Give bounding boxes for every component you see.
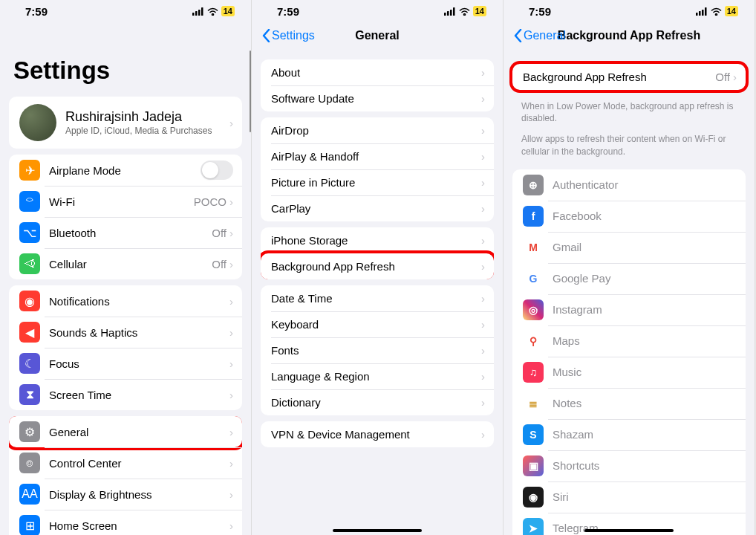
row-label: About: [271, 66, 481, 79]
app-row-music[interactable]: ♫Music: [512, 357, 746, 388]
app-row-notes[interactable]: ≣Notes: [512, 388, 746, 419]
settings-screen: 7:59 14 Settings Rushirajsinh Jadeja App…: [0, 0, 252, 535]
general-screen: 7:59 14 Settings General About›Software …: [252, 0, 504, 535]
row-label: Background App Refresh: [523, 71, 715, 83]
settings-row-airplane-mode[interactable]: ✈Airplane Mode: [9, 155, 242, 186]
app-label: Notes: [553, 397, 737, 409]
bar-main-row[interactable]: Background App Refresh Off ›: [512, 64, 746, 90]
row-label: CarPlay: [271, 202, 481, 215]
general-row-fonts[interactable]: Fonts›: [261, 337, 494, 363]
app-icon: ⚲: [523, 331, 544, 351]
general-row-picture-in-picture[interactable]: Picture in Picture›: [261, 169, 494, 195]
status-time: 7:59: [25, 5, 48, 18]
row-label: Home Screen: [49, 519, 229, 532]
svg-rect-4: [444, 13, 446, 16]
app-row-siri[interactable]: ◉Siri: [512, 482, 746, 513]
general-row-software-update[interactable]: Software Update›: [261, 85, 494, 111]
svg-rect-5: [447, 11, 449, 16]
settings-row-display-brightness[interactable]: AADisplay & Brightness›: [9, 479, 242, 510]
home-indicator[interactable]: [333, 529, 422, 532]
chevron-right-icon: ›: [229, 457, 233, 470]
home-indicator[interactable]: [584, 529, 674, 532]
svg-rect-6: [450, 10, 452, 16]
general-row-date-time[interactable]: Date & Time›: [261, 285, 494, 311]
status-time: 7:59: [529, 5, 551, 18]
svg-rect-11: [705, 7, 707, 16]
general-row-vpn-device-management[interactable]: VPN & Device Management›: [261, 421, 494, 447]
general-row-airdrop[interactable]: AirDrop›: [261, 117, 494, 143]
chevron-right-icon: ›: [481, 202, 485, 215]
settings-row-wi-fi[interactable]: ⌔Wi-FiPOCO›: [9, 186, 242, 217]
bar-screen: 7:59 14 General Background App Refresh B…: [504, 0, 755, 535]
general-row-background-app-refresh[interactable]: Background App Refresh›: [261, 253, 494, 279]
chevron-right-icon: ›: [229, 357, 233, 370]
airdrop-group: AirDrop›AirPlay & Handoff›Picture in Pic…: [261, 117, 494, 221]
settings-row-general[interactable]: ⚙General›: [9, 416, 242, 447]
general-row-about[interactable]: About›: [261, 59, 494, 85]
datetime-group: Date & Time›Keyboard›Fonts›Language & Re…: [261, 285, 494, 415]
settings-row-focus[interactable]: ☾Focus›: [9, 348, 242, 379]
notifications-icon: ◉: [19, 291, 40, 311]
row-value: POCO: [194, 195, 227, 208]
app-row-google-pay[interactable]: GGoogle Pay: [512, 263, 746, 294]
settings-row-sounds-haptics[interactable]: ◀Sounds & Haptics›: [9, 317, 242, 348]
app-label: Gmail: [553, 241, 737, 253]
app-row-shazam[interactable]: SShazam: [512, 419, 746, 450]
app-row-gmail[interactable]: MGmail: [512, 232, 746, 263]
general-row-airplay-handoff[interactable]: AirPlay & Handoff›: [261, 143, 494, 169]
general-row-language-region[interactable]: Language & Region›: [261, 363, 494, 389]
settings-row-screen-time[interactable]: ⧗Screen Time›: [9, 379, 242, 410]
general-row-dictionary[interactable]: Dictionary›: [261, 389, 494, 415]
row-label: Dictionary: [271, 396, 481, 409]
settings-row-cellular[interactable]: ⏿CellularOff›: [9, 248, 242, 279]
back-button[interactable]: General: [514, 29, 566, 42]
settings-row-notifications[interactable]: ◉Notifications›: [9, 285, 242, 317]
chevron-right-icon: ›: [481, 370, 485, 383]
row-label: Language & Region: [271, 370, 481, 383]
row-label: Screen Time: [49, 389, 229, 401]
profile-sub: Apple ID, iCloud, Media & Purchases: [65, 126, 229, 136]
app-row-maps[interactable]: ⚲Maps: [512, 325, 746, 357]
bluetooth-icon: ⌥: [19, 222, 40, 243]
app-row-authenticator[interactable]: ⊕Authenticator: [512, 169, 746, 201]
app-row-shortcuts[interactable]: ▣Shortcuts: [512, 450, 746, 482]
svg-rect-2: [198, 10, 201, 16]
app-row-facebook[interactable]: fFacebook: [512, 201, 746, 232]
settings-row-home-screen[interactable]: ⊞Home Screen›: [9, 510, 242, 535]
toggle[interactable]: [201, 160, 233, 180]
row-label: Picture in Picture: [271, 176, 481, 189]
chevron-right-icon: ›: [229, 426, 233, 438]
status-time: 7:59: [277, 5, 299, 18]
svg-rect-9: [699, 11, 701, 16]
chevron-right-icon: ›: [481, 260, 485, 273]
chevron-right-icon: ›: [229, 117, 233, 129]
nav-header: Settings General: [252, 22, 503, 49]
row-label: Cellular: [49, 258, 212, 270]
wifi-icon: [711, 5, 722, 18]
settings-row-control-center[interactable]: ⌾Control Center›: [9, 447, 242, 479]
general-row-carplay[interactable]: CarPlay›: [261, 195, 494, 221]
svg-rect-7: [453, 7, 455, 16]
svg-rect-8: [696, 13, 698, 16]
general-row-iphone-storage[interactable]: iPhone Storage›: [261, 227, 494, 253]
chevron-right-icon: ›: [229, 258, 233, 270]
back-label: Settings: [272, 29, 315, 42]
chevron-right-icon: ›: [481, 396, 485, 409]
app-row-instagram[interactable]: ◎Instagram: [512, 294, 746, 325]
back-button[interactable]: Settings: [262, 29, 315, 42]
chevron-right-icon: ›: [481, 234, 485, 247]
screentime-icon: ⧗: [19, 384, 40, 405]
general-row-keyboard[interactable]: Keyboard›: [261, 311, 494, 337]
cellular-icon: ⏿: [19, 253, 40, 274]
airplane-icon: ✈: [19, 160, 40, 181]
signal-icon: [444, 5, 456, 18]
app-icon: ➤: [523, 518, 544, 535]
battery-icon: 14: [473, 6, 486, 16]
app-label: Shazam: [553, 428, 737, 441]
settings-row-bluetooth[interactable]: ⌥BluetoothOff›: [9, 217, 242, 248]
row-label: AirDrop: [271, 124, 481, 137]
apple-id-row[interactable]: Rushirajsinh Jadeja Apple ID, iCloud, Me…: [9, 97, 242, 149]
row-label: Bluetooth: [49, 227, 212, 239]
chevron-right-icon: ›: [481, 124, 485, 137]
scrollbar[interactable]: [250, 51, 251, 132]
